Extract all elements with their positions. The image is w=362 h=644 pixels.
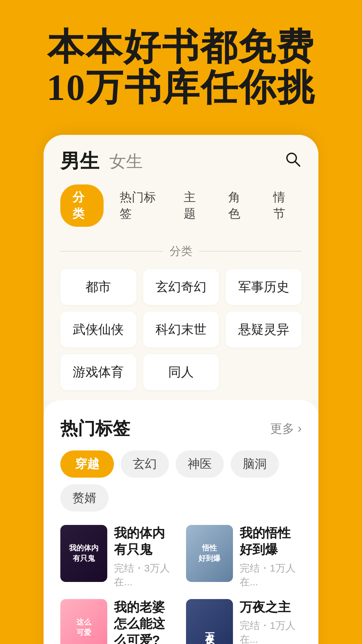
tag-xuanhuan[interactable]: 玄幻 (121, 450, 169, 478)
hero-title-line2: 10万书库任你挑 (20, 67, 342, 108)
book-item-4[interactable]: 万夜之主 万夜之主 完结・1万人在... (186, 599, 302, 644)
card-title: 热门标签 (60, 417, 130, 440)
filter-tab-plot[interactable]: 情节 (264, 184, 302, 227)
hero-title-line1: 本本好书都免费 (20, 27, 342, 67)
book-info-3: 我的老婆怎么能这么可爱? 完结・1万人在... (114, 599, 176, 644)
category-scifi[interactable]: 科幻末世 (143, 312, 219, 347)
tag-zuixu[interactable]: 赘婿 (60, 484, 109, 512)
search-icon[interactable] (284, 151, 302, 172)
category-games[interactable]: 游戏体育 (60, 354, 136, 390)
tab-male[interactable]: 男生 (60, 148, 99, 174)
book-cover-3: 这么可爱 (60, 599, 107, 644)
divider-label: 分类 (170, 244, 192, 259)
section-divider: 分类 (60, 244, 302, 259)
hot-tags-card: 热门标签 更多 › 穿越 玄幻 神医 脑洞 赘婿 我的体内有只鬼 (44, 400, 318, 644)
book-item-3[interactable]: 这么可爱 我的老婆怎么能这么可爱? 完结・1万人在... (60, 599, 176, 644)
book-grid: 我的体内有只鬼 我的体内有只鬼 完结・3万人在... 悟性好到爆 (60, 525, 302, 644)
category-doujin[interactable]: 同人 (143, 354, 219, 390)
book-title-4: 万夜之主 (240, 599, 302, 615)
filter-tab-role[interactable]: 角色 (219, 184, 257, 227)
app-screen: 男生 女生 分类 热门标签 主题 角色 情节 分类 (44, 135, 318, 644)
tag-naodong[interactable]: 脑洞 (231, 450, 279, 478)
category-mystery[interactable]: 悬疑灵异 (226, 312, 302, 347)
book-info-2: 我的悟性好到爆 完结・1万人在... (240, 525, 302, 589)
phone-mockup: 男生 女生 分类 热门标签 主题 角色 情节 分类 (44, 135, 318, 644)
category-fantasy[interactable]: 玄幻奇幻 (143, 269, 219, 305)
book-item-1[interactable]: 我的体内有只鬼 我的体内有只鬼 完结・3万人在... (60, 525, 176, 589)
tag-pills: 穿越 玄幻 神医 脑洞 赘婿 (60, 450, 302, 512)
filter-tab-hot-tags[interactable]: 热门标签 (110, 184, 168, 227)
card-header: 热门标签 更多 › (60, 417, 302, 440)
category-martial[interactable]: 武侠仙侠 (60, 312, 136, 347)
svg-line-1 (295, 161, 300, 166)
book-cover-2: 悟性好到爆 (186, 525, 233, 582)
book-cover-4: 万夜之主 (186, 599, 233, 644)
tab-female[interactable]: 女生 (109, 150, 143, 173)
book-info-1: 我的体内有只鬼 完结・3万人在... (114, 525, 176, 589)
top-nav: 男生 女生 (44, 135, 318, 181)
book-item-2[interactable]: 悟性好到爆 我的悟性好到爆 完结・1万人在... (186, 525, 302, 589)
card-more[interactable]: 更多 › (270, 421, 302, 437)
tag-chuanyue[interactable]: 穿越 (60, 450, 114, 478)
book-cover-1: 我的体内有只鬼 (60, 525, 107, 582)
tag-shenyi[interactable]: 神医 (176, 450, 224, 478)
category-section: 分类 都市 玄幻奇幻 军事历史 武侠仙侠 科幻末世 悬疑灵异 游戏体育 同人 (44, 233, 318, 400)
book-meta-4: 完结・1万人在... (240, 619, 302, 644)
book-title-1: 我的体内有只鬼 (114, 525, 176, 558)
divider-line-left (60, 251, 163, 252)
category-urban[interactable]: 都市 (60, 269, 136, 305)
book-title-3: 我的老婆怎么能这么可爱? (114, 599, 176, 644)
hero-section: 本本好书都免费 10万书库任你挑 (0, 0, 362, 121)
filter-tab-theme[interactable]: 主题 (174, 184, 212, 227)
divider-line-right (199, 251, 302, 252)
book-meta-1: 完结・3万人在... (114, 561, 176, 589)
filter-tab-category[interactable]: 分类 (60, 184, 104, 227)
filter-tabs: 分类 热门标签 主题 角色 情节 (44, 181, 318, 233)
category-military[interactable]: 军事历史 (226, 269, 302, 305)
category-grid: 都市 玄幻奇幻 军事历史 武侠仙侠 科幻末世 悬疑灵异 游戏体育 同人 (60, 269, 302, 390)
book-info-4: 万夜之主 完结・1万人在... (240, 599, 302, 644)
book-meta-2: 完结・1万人在... (240, 561, 302, 589)
book-title-2: 我的悟性好到爆 (240, 525, 302, 558)
